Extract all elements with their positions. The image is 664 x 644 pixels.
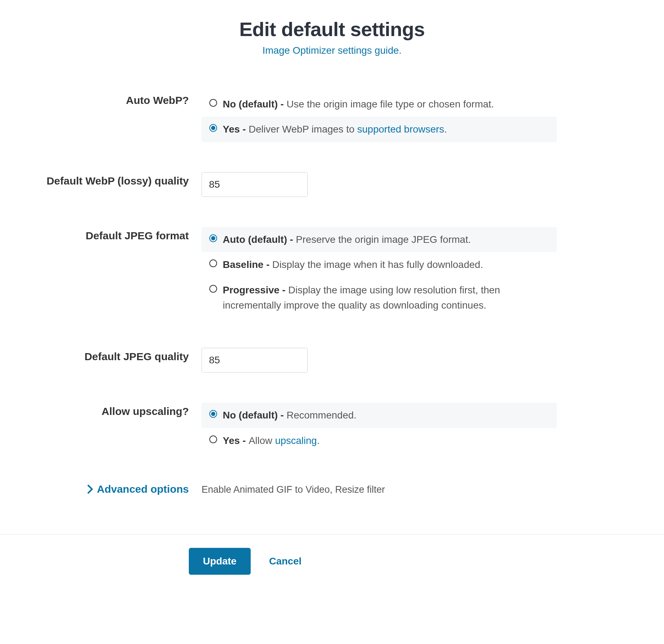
page-title: Edit default settings <box>14 18 650 41</box>
field-webp-quality: Default WebP (lossy) quality <box>14 172 650 197</box>
radio-icon[interactable] <box>209 435 217 443</box>
radio-text: Yes - Allow upscaling. <box>223 433 549 448</box>
advanced-options-label: Advanced options <box>97 483 189 495</box>
jpeg-quality-label: Default JPEG quality <box>14 348 202 363</box>
upscaling-option-no[interactable]: No (default) - Recommended. <box>202 403 557 428</box>
radio-text: Yes - Deliver WebP images to supported b… <box>223 122 549 137</box>
advanced-options-toggle[interactable]: Advanced options <box>14 483 202 495</box>
webp-quality-input[interactable] <box>202 172 308 197</box>
radio-icon[interactable] <box>209 410 217 418</box>
cancel-button[interactable]: Cancel <box>269 556 302 567</box>
radio-icon[interactable] <box>209 99 217 107</box>
radio-icon[interactable] <box>209 285 217 293</box>
update-button[interactable]: Update <box>189 548 251 575</box>
radio-text: Progressive - Display the image using lo… <box>223 282 549 313</box>
jpeg-format-label: Default JPEG format <box>14 227 202 242</box>
settings-guide-link[interactable]: Image Optimizer settings guide. <box>14 45 650 56</box>
advanced-options-description: Enable Animated GIF to Video, Resize fil… <box>202 484 650 495</box>
radio-icon[interactable] <box>209 234 217 242</box>
field-jpeg-format: Default JPEG format Auto (default) - Pre… <box>14 227 650 318</box>
radio-text: Baseline - Display the image when it has… <box>223 257 549 272</box>
jpeg-quality-input[interactable] <box>202 348 308 373</box>
field-upscaling: Allow upscaling? No (default) - Recommen… <box>14 403 650 453</box>
field-auto-webp: Auto WebP? No (default) - Use the origin… <box>14 92 650 142</box>
radio-text: No (default) - Recommended. <box>223 408 549 423</box>
upscaling-option-yes[interactable]: Yes - Allow upscaling. <box>202 428 557 453</box>
jpeg-format-option-baseline[interactable]: Baseline - Display the image when it has… <box>202 252 557 277</box>
radio-text: No (default) - Use the origin image file… <box>223 96 549 112</box>
chevron-right-icon <box>87 484 93 494</box>
webp-quality-label: Default WebP (lossy) quality <box>14 172 202 187</box>
supported-browsers-link[interactable]: supported browsers <box>357 124 444 135</box>
footer-bar: Update Cancel <box>0 534 664 596</box>
advanced-options-row: Advanced options Enable Animated GIF to … <box>14 483 650 495</box>
auto-webp-option-no[interactable]: No (default) - Use the origin image file… <box>202 92 557 117</box>
radio-text: Auto (default) - Preserve the origin ima… <box>223 232 549 247</box>
auto-webp-option-yes[interactable]: Yes - Deliver WebP images to supported b… <box>202 117 557 142</box>
upscaling-link[interactable]: upscaling <box>275 435 317 446</box>
upscaling-label: Allow upscaling? <box>14 403 202 417</box>
radio-icon[interactable] <box>209 124 217 132</box>
jpeg-format-option-auto[interactable]: Auto (default) - Preserve the origin ima… <box>202 227 557 252</box>
jpeg-format-option-progressive[interactable]: Progressive - Display the image using lo… <box>202 277 557 318</box>
radio-icon[interactable] <box>209 259 217 267</box>
field-jpeg-quality: Default JPEG quality <box>14 348 650 373</box>
auto-webp-label: Auto WebP? <box>14 92 202 106</box>
